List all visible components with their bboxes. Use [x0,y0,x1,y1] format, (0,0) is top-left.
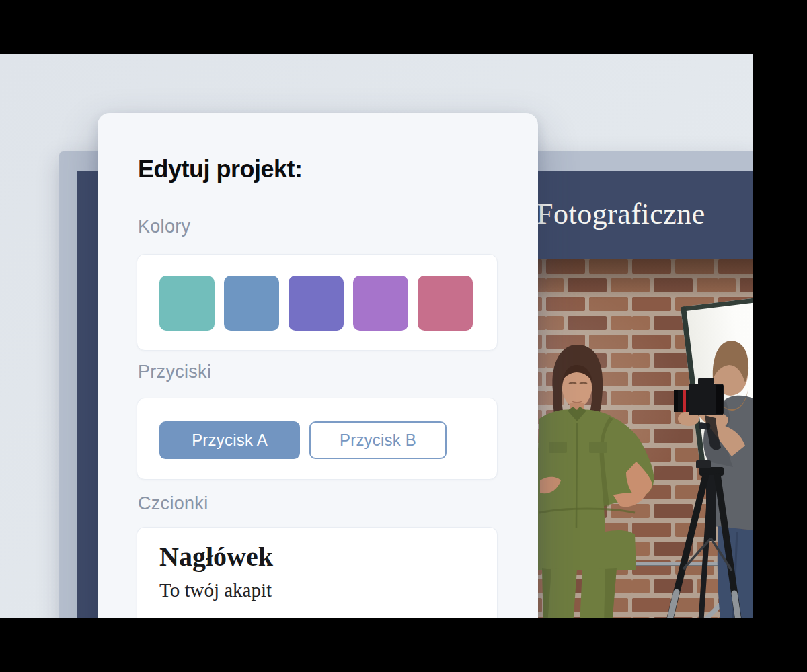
colors-section-label: Kolory [138,216,190,237]
fonts-card: Nagłówek To twój akapit [137,527,498,618]
sample-button-b[interactable]: Przycisk B [309,421,447,459]
fonts-section-label: Czcionki [138,493,208,514]
site-title: Fotograficzne [537,200,705,229]
font-heading-sample: Nagłówek [159,542,273,572]
buttons-section-label: Przyciski [138,362,211,382]
swatch-row [159,276,473,331]
button-row: Przycisk A Przycisk B [159,421,447,459]
page-background: Fotograficzne [0,54,753,618]
buttons-card: Przycisk A Przycisk B [137,398,498,480]
colors-card [137,254,498,351]
color-swatch-rose[interactable] [418,276,473,331]
color-swatch-teal[interactable] [159,276,215,331]
color-swatch-steel-blue[interactable] [224,276,279,331]
color-swatch-purple[interactable] [289,276,344,331]
edit-project-panel: Edytuj projekt: Kolory Przyciski Przycis… [98,113,538,618]
color-swatch-orchid[interactable] [353,276,408,331]
font-paragraph-sample: To twój akapit [159,579,272,602]
sample-button-a[interactable]: Przycisk A [159,421,300,459]
panel-title: Edytuj projekt: [138,156,303,183]
